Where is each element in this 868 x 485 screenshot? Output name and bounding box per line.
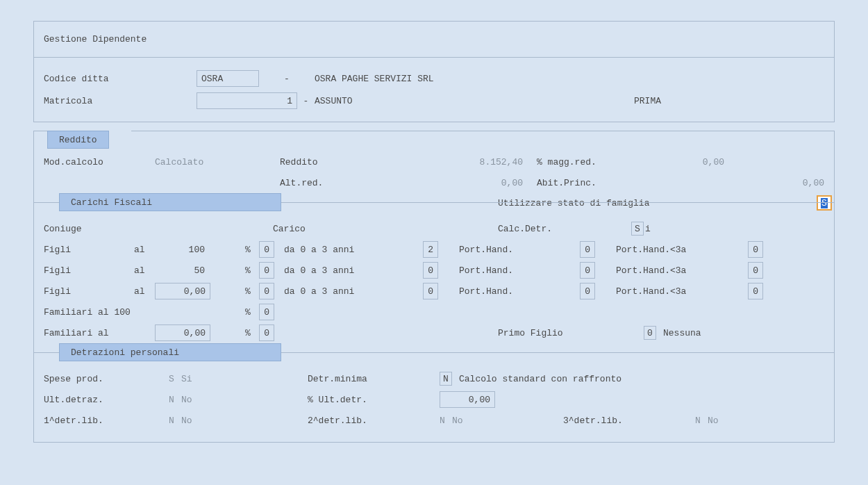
ult-detraz-desc: No: [181, 395, 308, 405]
familiari-al-label: Familiari al: [44, 328, 155, 338]
pct-sym-1: %: [245, 245, 259, 255]
ph-2-input[interactable]: 0: [580, 262, 595, 279]
figli-100-pct-input[interactable]: 0: [259, 241, 274, 258]
magg-red-value: 0,00: [641, 157, 724, 167]
figli-custom-pct-box[interactable]: 0,00: [155, 283, 210, 299]
d3-desc: No: [708, 416, 719, 426]
d2-code: N: [440, 416, 452, 426]
magg-red-label: % magg.red.: [537, 157, 641, 167]
tab-carichi-fiscali[interactable]: Carichi Fiscali: [59, 193, 281, 211]
carico-label: Carico: [273, 224, 498, 234]
abit-princ-label: Abit.Princ.: [537, 178, 641, 188]
ph3a-2-input[interactable]: 0: [748, 262, 763, 279]
pct-sym-3: %: [245, 286, 259, 297]
ph3a-1-input[interactable]: 0: [748, 241, 763, 258]
calc-detr-desc: i: [644, 224, 651, 234]
ult-detraz-label: Ult.detraz.: [44, 395, 169, 405]
al-100: al: [134, 245, 169, 255]
abit-princ-value: 0,00: [641, 178, 824, 188]
figli-50-label: Figli: [44, 265, 134, 276]
pct-50-text: 50: [169, 265, 210, 276]
d3-code: N: [695, 416, 708, 426]
da03-3: da 0 a 3 anni: [284, 286, 423, 297]
detr-minima-desc: Calcolo standard con raffronto: [452, 374, 621, 384]
ult-detraz-code: N: [169, 395, 181, 405]
calc-detr-label: Calc.Detr.: [498, 224, 631, 234]
alt-red-label: Alt.red.: [280, 178, 363, 188]
ph3a-2-label: Port.Hand.<3a: [616, 265, 748, 276]
pct-ult-detr-label: % Ult.detr.: [308, 395, 440, 405]
pct-sym-5: %: [245, 328, 259, 338]
figli-50-pct-input[interactable]: 0: [259, 262, 274, 279]
coniuge-label: Coniuge: [44, 224, 273, 234]
ph-2-label: Port.Hand.: [459, 265, 580, 276]
da03-1-input[interactable]: 2: [423, 241, 438, 258]
mod-calcolo-value: Calcolato: [155, 157, 280, 167]
header-panel: Gestione Dipendente Codice ditta OSRA - …: [33, 21, 835, 122]
pct-sym-2: %: [245, 265, 259, 276]
figli-custom-pct-input[interactable]: 0: [259, 283, 274, 299]
al-50: al: [134, 265, 169, 276]
d2-label: 2^detr.lib.: [308, 416, 440, 426]
d1-label: 1^detr.lib.: [44, 416, 169, 426]
dash-2: -: [297, 96, 315, 106]
main-tab-container: Reddito Mod.calcolo Calcolato Reddito 8.…: [33, 131, 835, 443]
dash-1: -: [259, 74, 315, 84]
mod-calcolo-label: Mod.calcolo: [44, 157, 155, 167]
matricola-input[interactable]: 1: [197, 92, 297, 109]
reddito-label: Reddito: [280, 157, 363, 167]
familiari-al-input[interactable]: 0: [259, 324, 274, 341]
d1-desc: No: [181, 416, 308, 426]
codice-ditta-label: Codice ditta: [44, 74, 197, 84]
d2-desc: No: [452, 416, 563, 426]
matricola-label: Matricola: [44, 96, 197, 106]
utilizzare-label: Utilizzare stato di famiglia: [498, 198, 817, 208]
detr-minima-label: Detr.minima: [308, 374, 440, 384]
alt-red-value: 0,00: [363, 178, 537, 188]
pct-100-text: 100: [169, 245, 210, 255]
da03-3-input[interactable]: 0: [423, 283, 438, 299]
figli-100-label: Figli: [44, 245, 134, 255]
ph-1-input[interactable]: 0: [580, 241, 595, 258]
spese-prod-code: S: [169, 374, 181, 384]
pct-ult-detr-input[interactable]: 0,00: [440, 391, 495, 408]
spese-prod-label: Spese prod.: [44, 374, 169, 384]
spese-prod-desc: Si: [181, 374, 308, 384]
codice-ditta-desc: OSRA PAGHE SERVIZI SRL: [315, 74, 434, 84]
primo-figlio-desc: Nessuna: [656, 328, 701, 338]
familiari-100-input[interactable]: 0: [259, 304, 274, 320]
da03-1: da 0 a 3 anni: [284, 245, 423, 255]
page-title: Gestione Dipendente: [34, 22, 834, 58]
utilizzare-input[interactable]: S: [817, 196, 831, 210]
da03-2-input[interactable]: 0: [423, 262, 438, 279]
reddito-value: 8.152,40: [363, 157, 537, 167]
primo-figlio-code[interactable]: 0: [644, 326, 656, 340]
d1-code: N: [169, 416, 181, 426]
ph3a-3-input[interactable]: 0: [748, 283, 763, 299]
ph-3-label: Port.Hand.: [459, 286, 580, 297]
figli-custom-label: Figli: [44, 286, 134, 297]
ph3a-1-label: Port.Hand.<3a: [616, 245, 748, 255]
matricola-extra: PRIMA: [634, 96, 661, 106]
d3-label: 3^detr.lib.: [563, 416, 695, 426]
tab-reddito[interactable]: Reddito: [47, 131, 109, 149]
matricola-desc: ASSUNTO: [315, 96, 634, 106]
familiari-al-pct-box[interactable]: 0,00: [155, 324, 210, 341]
codice-ditta-input[interactable]: OSRA: [197, 70, 259, 87]
tab-detrazioni[interactable]: Detrazioni personali: [59, 343, 281, 361]
da03-2: da 0 a 3 anni: [284, 265, 423, 276]
ph3a-3-label: Port.Hand.<3a: [616, 286, 748, 297]
pct-sym-4: %: [245, 307, 259, 318]
familiari-100-label: Familiari al 100: [44, 307, 245, 318]
ph-1-label: Port.Hand.: [459, 245, 580, 255]
detr-minima-code[interactable]: N: [440, 372, 452, 386]
ph-3-input[interactable]: 0: [580, 283, 595, 299]
al-custom: al: [134, 286, 155, 297]
calc-detr-code[interactable]: S: [631, 222, 644, 236]
primo-figlio-label: Primo Figlio: [498, 328, 644, 338]
